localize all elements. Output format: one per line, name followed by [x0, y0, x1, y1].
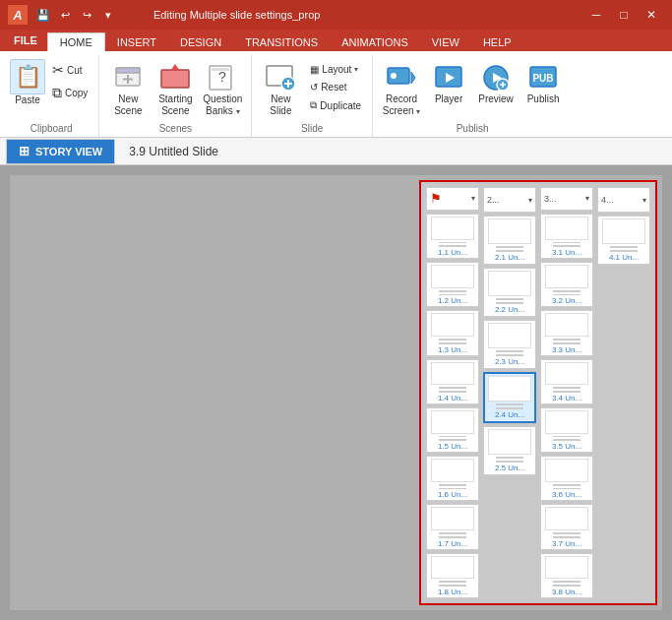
- scenes-group: New Scene Starting Scene ?: [99, 55, 252, 137]
- slide-item[interactable]: 3.7 Un...: [540, 504, 593, 549]
- new-slide-button[interactable]: New Slide: [258, 59, 303, 120]
- preview-label: Preview: [478, 93, 514, 105]
- close-button[interactable]: ✕: [639, 4, 664, 26]
- slide-item[interactable]: 2.4 Un...: [483, 372, 536, 423]
- record-screen-button[interactable]: RecordScreen ▾: [379, 59, 424, 120]
- paste-button[interactable]: 📋 Paste: [10, 59, 45, 105]
- story-view-tab[interactable]: ⊞ STORY VIEW: [6, 139, 115, 164]
- duplicate-button[interactable]: ⧉ Duplicate: [305, 96, 366, 114]
- column-header-3[interactable]: 4...▾: [597, 187, 650, 213]
- slide-item[interactable]: 2.1 Un...: [483, 216, 536, 265]
- new-scene-label: New Scene: [108, 93, 148, 117]
- clipboard-group-content: 📋 Paste ✂ Cut ⧉ Copy: [10, 55, 92, 123]
- slide-item[interactable]: 1.8 Un...: [426, 553, 479, 598]
- slide-item[interactable]: 2.3 Un...: [483, 320, 536, 369]
- slide-dash: [553, 585, 580, 587]
- tab-file[interactable]: FILE: [4, 30, 47, 51]
- publish-group-content: RecordScreen ▾ Player: [379, 55, 566, 123]
- slide-item[interactable]: 1.7 Un...: [426, 504, 479, 549]
- slide-dash: [496, 302, 523, 304]
- slide-dash: [496, 246, 523, 248]
- scenes-group-content: New Scene Starting Scene ?: [105, 55, 245, 123]
- slide-dash: [439, 339, 466, 341]
- slide-thumbnail: [545, 459, 588, 482]
- slide-dash: [553, 242, 580, 244]
- column-header-0[interactable]: ⚑▾: [426, 187, 479, 211]
- record-screen-icon: [386, 62, 417, 93]
- slide-label: 4.1 Un...: [609, 253, 639, 262]
- slide-item[interactable]: 3.5 Un...: [540, 407, 593, 453]
- slide-dash: [610, 250, 638, 252]
- slide-title: 3.9 Untitled Slide: [129, 145, 218, 158]
- window-controls: ─ □ ✕: [583, 4, 664, 26]
- copy-button[interactable]: ⧉ Copy: [47, 82, 92, 104]
- slide-item[interactable]: 3.3 Un...: [540, 310, 593, 355]
- slide-item[interactable]: 1.3 Un...: [426, 310, 479, 355]
- slide-item[interactable]: 3.2 Un...: [540, 262, 593, 307]
- tab-insert[interactable]: INSERT: [105, 33, 168, 51]
- reset-button[interactable]: ↺ Reset: [305, 79, 366, 95]
- paste-label: Paste: [15, 94, 40, 105]
- publish-button[interactable]: PUB Publish: [520, 59, 566, 108]
- slide-label: 2.5 Un...: [495, 464, 524, 472]
- slide-thumbnail: [431, 217, 474, 240]
- slide-thumbnail: [545, 217, 588, 240]
- new-scene-button[interactable]: New Scene: [105, 59, 151, 120]
- slide-item[interactable]: 3.1 Un...: [540, 214, 593, 259]
- slide-thumbnail: [488, 376, 531, 402]
- app-icon: A: [8, 5, 28, 25]
- slide-column-2: 3...▾3.1 Un...3.2 Un...3.3 Un...3.4 Un..…: [540, 187, 593, 598]
- slide-dash: [553, 536, 580, 538]
- slide-item[interactable]: 1.5 Un...: [426, 407, 479, 453]
- slide-label: 3.2 Un...: [552, 296, 581, 304]
- slide-item[interactable]: 3.6 Un...: [540, 456, 593, 501]
- slide-thumbnail: [602, 218, 645, 244]
- question-banks-button[interactable]: ? QuestionBanks ▾: [200, 59, 245, 120]
- chevron-down-icon: ▾: [471, 194, 475, 203]
- slide-thumbnail: [431, 362, 474, 386]
- undo-button[interactable]: ↩: [55, 5, 75, 25]
- tab-view[interactable]: VIEW: [420, 33, 471, 51]
- quick-access-dropdown[interactable]: ▾: [98, 5, 118, 25]
- tab-home[interactable]: HOME: [47, 32, 105, 51]
- slide-dash: [439, 488, 466, 490]
- slide-item[interactable]: 2.2 Un...: [483, 268, 536, 317]
- column-header-2[interactable]: 3...▾: [540, 187, 593, 211]
- maximize-button[interactable]: □: [611, 4, 637, 26]
- tab-design[interactable]: DESIGN: [168, 33, 233, 51]
- starting-scene-button[interactable]: Starting Scene: [153, 59, 198, 120]
- tab-transitions[interactable]: TRANSITIONS: [233, 33, 330, 51]
- cut-button[interactable]: ✂ Cut: [47, 59, 92, 81]
- slide-dash: [439, 536, 466, 538]
- column-header-1[interactable]: 2...▾: [483, 187, 536, 213]
- slide-item[interactable]: 1.6 Un...: [426, 456, 479, 501]
- slide-dash: [553, 339, 580, 341]
- slide-item[interactable]: 1.1 Un...: [426, 214, 479, 259]
- slide-item[interactable]: 1.4 Un...: [426, 359, 479, 404]
- clipboard-group: 📋 Paste ✂ Cut ⧉ Copy Clipboard: [4, 55, 99, 137]
- window-title: Editing Multiple slide settings_prop: [153, 9, 320, 21]
- save-button[interactable]: 💾: [33, 5, 53, 25]
- redo-button[interactable]: ↪: [77, 5, 96, 25]
- preview-button[interactable]: Preview: [473, 59, 519, 108]
- slide-item[interactable]: 1.2 Un...: [426, 262, 479, 307]
- slide-item[interactable]: 2.5 Un...: [483, 426, 536, 475]
- slide-label: 1.7 Un...: [438, 539, 467, 547]
- layout-arrow: ▾: [354, 65, 358, 74]
- slide-dash: [496, 407, 523, 409]
- slide-item[interactable]: 3.8 Un...: [540, 553, 593, 598]
- player-button[interactable]: Player: [426, 59, 471, 108]
- minimize-button[interactable]: ─: [583, 4, 609, 26]
- tab-animations[interactable]: ANIMATIONS: [330, 33, 420, 51]
- tab-help[interactable]: HELP: [471, 33, 523, 51]
- slide-group: New Slide ▦ Layout ▾ ↺ Reset ⧉ Duplicate…: [252, 55, 373, 137]
- preview-icon: [480, 62, 512, 93]
- ribbon: 📋 Paste ✂ Cut ⧉ Copy Clipboard: [0, 51, 672, 138]
- layout-button[interactable]: ▦ Layout ▾: [305, 61, 366, 78]
- slide-item[interactable]: 3.4 Un...: [540, 359, 593, 404]
- svg-text:?: ?: [218, 69, 226, 85]
- slide-label: 1.6 Un...: [438, 490, 467, 498]
- player-icon: [433, 62, 464, 93]
- slide-item[interactable]: 4.1 Un...: [597, 216, 650, 265]
- slide-label: 2.1 Un...: [495, 253, 524, 262]
